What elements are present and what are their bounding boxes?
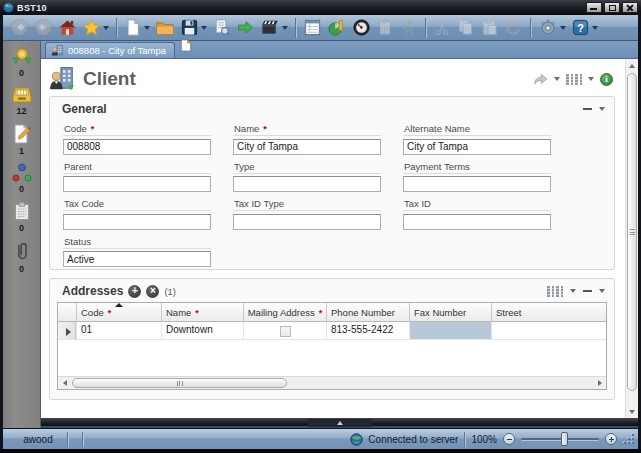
cell-name[interactable]: Downtown	[161, 322, 243, 340]
mailing-address-checkbox[interactable]	[280, 326, 291, 337]
code-input[interactable]	[63, 139, 211, 155]
notes-count: 0	[19, 223, 24, 233]
collapse-addresses-button[interactable]	[583, 290, 592, 292]
tab-client-city-of-tampa[interactable]: 008808 - City of Tampa	[45, 42, 175, 58]
actions-button[interactable]	[259, 17, 289, 39]
content-vertical-scrollbar[interactable]	[625, 59, 638, 418]
payment-terms-input[interactable]	[403, 176, 551, 192]
alternate-name-input[interactable]	[403, 139, 551, 155]
main-area: 0 12 1 0 0 0	[3, 41, 638, 428]
home-button[interactable]	[57, 17, 78, 39]
save-button[interactable]	[179, 17, 208, 39]
settings-button[interactable]	[537, 17, 567, 39]
column-header-code[interactable]: Code*	[76, 303, 161, 322]
print-preview-button[interactable]	[211, 17, 232, 39]
cell-code[interactable]: 01	[76, 322, 161, 340]
paste-button[interactable]	[479, 17, 500, 39]
svg-text:?: ?	[577, 22, 584, 34]
share-arrow-icon[interactable]	[533, 73, 548, 86]
tax-id-type-input[interactable]	[233, 214, 381, 230]
zoom-slider-thumb[interactable]	[561, 432, 568, 446]
new-tab-button[interactable]	[180, 38, 192, 56]
sidebar-item-attachments[interactable]: 0	[13, 240, 31, 274]
code-label: Code	[64, 123, 87, 134]
connection-globe-icon	[350, 433, 363, 446]
undo-button[interactable]	[503, 17, 524, 39]
type-input[interactable]	[233, 176, 381, 192]
toolbar: ?	[3, 15, 638, 41]
list-view-button[interactable]	[302, 17, 323, 39]
scroll-left-arrow[interactable]	[58, 377, 71, 389]
tax-id-input[interactable]	[403, 214, 551, 230]
addresses-menu-caret[interactable]	[599, 289, 605, 293]
scroll-right-arrow[interactable]	[593, 377, 606, 389]
dashboard-button[interactable]	[351, 17, 372, 39]
go-button[interactable]	[235, 17, 256, 39]
resize-grip[interactable]	[625, 435, 634, 444]
sidebar-item-awards[interactable]: 0	[11, 47, 33, 78]
sidebar-item-inbox[interactable]: 12	[11, 85, 33, 116]
grid-column-chooser-caret[interactable]	[570, 289, 576, 293]
horizontal-scroll-thumb[interactable]	[72, 378, 287, 388]
info-icon[interactable]: i	[600, 73, 613, 86]
general-menu-caret[interactable]	[599, 107, 605, 111]
cut-button[interactable]	[432, 17, 452, 39]
copy-button[interactable]	[455, 17, 476, 39]
column-header-phone-number[interactable]: Phone Number	[326, 303, 409, 322]
page-title: Client	[83, 68, 136, 90]
minimize-button[interactable]	[586, 2, 602, 13]
tax-id-label: Tax ID	[404, 198, 431, 209]
expand-panel-button[interactable]	[308, 419, 372, 427]
grid-column-chooser-icon[interactable]	[547, 286, 563, 297]
name-input[interactable]	[233, 139, 381, 155]
address-row[interactable]: 01 Downtown 813-555-2422	[58, 322, 606, 340]
cell-mailing-address[interactable]	[243, 322, 326, 340]
row-selector[interactable]	[58, 322, 76, 340]
grid-horizontal-scrollbar[interactable]	[58, 376, 606, 389]
maximize-button[interactable]	[604, 2, 620, 13]
sidebar-item-related[interactable]: 0	[11, 163, 33, 194]
field-tax-code: Tax Code	[63, 198, 211, 230]
toolbar-separator	[425, 18, 426, 38]
zoom-out-button[interactable]	[503, 433, 515, 445]
column-chooser-caret[interactable]	[588, 77, 594, 81]
column-header-mailing-address[interactable]: Mailing Address*	[243, 303, 326, 322]
back-button[interactable]	[9, 17, 30, 39]
zoom-level: 100%	[471, 434, 497, 445]
column-header-name[interactable]: Name*	[161, 303, 243, 322]
open-button[interactable]	[154, 17, 176, 39]
processes-button[interactable]	[398, 17, 419, 39]
vertical-scroll-thumb[interactable]	[627, 73, 637, 391]
sidebar-item-drafts[interactable]: 1	[11, 123, 33, 156]
column-header-fax-number[interactable]: Fax Number	[409, 303, 491, 322]
cell-street[interactable]	[491, 322, 606, 340]
zoom-slider[interactable]	[521, 438, 599, 440]
required-marker: *	[263, 124, 267, 134]
parent-input[interactable]	[63, 176, 211, 192]
notes-button[interactable]	[375, 17, 395, 39]
cell-phone-number[interactable]: 813-555-2422	[326, 322, 409, 340]
collapse-general-button[interactable]	[583, 108, 592, 110]
charts-button[interactable]	[326, 17, 348, 39]
scroll-up-arrow[interactable]	[626, 59, 638, 72]
favorites-button[interactable]	[81, 17, 110, 39]
client-page: Client i General	[41, 58, 638, 418]
column-chooser-icon[interactable]	[566, 74, 582, 85]
status-input[interactable]	[63, 251, 211, 267]
cell-fax-number[interactable]	[409, 322, 491, 340]
zoom-in-button[interactable]	[605, 433, 617, 445]
close-button[interactable]	[622, 2, 638, 13]
field-tax-id: Tax ID	[403, 198, 551, 230]
scroll-down-arrow[interactable]	[626, 405, 638, 418]
column-header-street[interactable]: Street	[491, 303, 606, 322]
add-address-button[interactable]: +	[128, 285, 141, 298]
tax-code-input[interactable]	[63, 214, 211, 230]
forward-button[interactable]	[33, 17, 54, 39]
delete-address-button[interactable]: ×	[146, 285, 159, 298]
share-dropdown-caret[interactable]	[554, 77, 560, 81]
grid-empty-area	[58, 340, 606, 376]
help-button[interactable]: ?	[570, 17, 599, 39]
sidebar-item-notes[interactable]: 0	[12, 201, 32, 233]
new-document-button[interactable]	[123, 17, 151, 39]
related-items-icon	[11, 163, 33, 183]
